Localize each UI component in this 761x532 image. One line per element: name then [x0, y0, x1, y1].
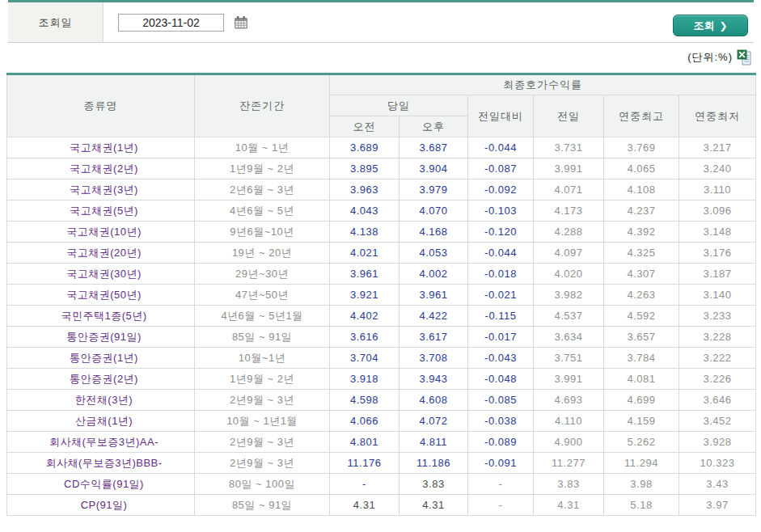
header-col-name: 종류명 — [7, 74, 195, 137]
yield-diff: -0.038 — [468, 411, 534, 432]
bond-name-link[interactable]: 국고채권(10년) — [7, 222, 195, 243]
yield-year-high: 4.159 — [604, 411, 679, 432]
bond-name-link[interactable]: CP(91일) — [7, 495, 195, 516]
yield-pm: 3.904 — [400, 158, 468, 179]
yield-am: 4.402 — [330, 306, 400, 327]
remaining-period: 19년 ~ 20년 — [195, 243, 330, 264]
yield-prev: 4.097 — [534, 243, 604, 264]
bond-name-link[interactable]: 국민주택1종(5년) — [7, 306, 195, 327]
bond-name-link[interactable]: 산금채(1년) — [7, 411, 195, 432]
bond-name-link[interactable]: 국고채권(30년) — [7, 264, 195, 285]
yield-diff: -0.087 — [468, 158, 534, 179]
bond-name-link[interactable]: 국고채권(5년) — [7, 201, 195, 222]
yield-am: 3.918 — [330, 369, 400, 390]
yield-year-low: 3.140 — [679, 285, 756, 306]
yield-year-low: 3.240 — [679, 158, 756, 179]
yield-am: 11.176 — [330, 453, 400, 474]
yield-pm: 4.31 — [400, 495, 468, 516]
query-date-label: 조회일 — [8, 2, 104, 42]
bond-name-link[interactable]: 국고채권(50년) — [7, 285, 195, 306]
yield-year-low: 3.217 — [679, 137, 756, 158]
remaining-period: 9년6월~10년 — [195, 222, 330, 243]
yield-prev: 3.982 — [534, 285, 604, 306]
yield-pm: 11.186 — [400, 453, 468, 474]
bond-name-link[interactable]: 국고채권(2년) — [7, 158, 195, 179]
excel-download-icon[interactable] — [737, 49, 754, 66]
yield-prev: 4.288 — [534, 222, 604, 243]
bond-name-link[interactable]: 회사채(무보증3년)AA- — [7, 432, 195, 453]
yield-year-high: 4.081 — [604, 369, 679, 390]
table-row: 국고채권(30년)29년~30년3.9614.002-0.0184.0204.3… — [7, 264, 756, 285]
table-row: 한전채(3년)2년9월 ~ 3년4.5984.608-0.0854.6934.6… — [7, 390, 756, 411]
yield-prev: 4.110 — [534, 411, 604, 432]
bond-name-link[interactable]: 통안증권(91일) — [7, 327, 195, 348]
remaining-period: 10월 ~ 1년1월 — [195, 411, 330, 432]
unit-row: (단위:%) — [687, 47, 754, 68]
yield-year-high: 4.065 — [604, 158, 679, 179]
header-col-pm: 오후 — [400, 116, 468, 137]
remaining-period: 80일 ~ 100일 — [195, 474, 330, 495]
yield-year-high: 4.325 — [604, 243, 679, 264]
bond-name-link[interactable]: 통안증권(1년) — [7, 348, 195, 369]
date-input[interactable] — [118, 14, 224, 32]
yield-year-high: 4.263 — [604, 285, 679, 306]
header-col-low: 연중최저 — [679, 95, 756, 137]
yield-year-low: 3.233 — [679, 306, 756, 327]
yield-table-header: 종류명 잔존기간 최종호가수익률 당일 전일대비 전일 연중최고 연중최저 오전… — [7, 74, 756, 137]
yield-year-high: 3.657 — [604, 327, 679, 348]
yield-am: 3.921 — [330, 285, 400, 306]
yield-year-low: 3.148 — [679, 222, 756, 243]
yield-am: 3.704 — [330, 348, 400, 369]
remaining-period: 2년9월 ~ 3년 — [195, 390, 330, 411]
remaining-period: 29년~30년 — [195, 264, 330, 285]
yield-am: 4.043 — [330, 201, 400, 222]
yield-year-high: 5.262 — [604, 432, 679, 453]
yield-year-high: 5.18 — [604, 495, 679, 516]
yield-year-low: 10.323 — [679, 453, 756, 474]
remaining-period: 85일 ~ 91일 — [195, 327, 330, 348]
table-row: 국고채권(50년)47년~50년3.9213.961-0.0213.9824.2… — [7, 285, 756, 306]
yield-am: 4.801 — [330, 432, 400, 453]
calendar-icon[interactable] — [234, 15, 248, 30]
yield-table-body: 국고채권(1년)10월 ~ 1년3.6893.687-0.0443.7313.7… — [7, 137, 756, 516]
yield-prev: 4.693 — [534, 390, 604, 411]
bond-name-link[interactable]: 한전채(3년) — [7, 390, 195, 411]
yield-prev: 4.900 — [534, 432, 604, 453]
yield-year-high: 3.769 — [604, 137, 679, 158]
bond-name-link[interactable]: 회사채(무보증3년)BBB- — [7, 453, 195, 474]
remaining-period: 2년9월 ~ 3년 — [195, 453, 330, 474]
bond-name-link[interactable]: 국고채권(1년) — [7, 137, 195, 158]
yield-year-low: 3.176 — [679, 243, 756, 264]
bond-name-link[interactable]: CD수익률(91일) — [7, 474, 195, 495]
bond-name-link[interactable]: 국고채권(20년) — [7, 243, 195, 264]
yield-year-low: 3.222 — [679, 348, 756, 369]
yield-diff: -0.120 — [468, 222, 534, 243]
header-col-diff: 전일대비 — [468, 95, 534, 137]
remaining-period: 47년~50년 — [195, 285, 330, 306]
table-row: 통안증권(2년)1년9월 ~ 2년3.9183.943-0.0483.9914.… — [7, 369, 756, 390]
yield-pm: 4.608 — [400, 390, 468, 411]
yield-year-high: 4.307 — [604, 264, 679, 285]
header-group-today: 당일 — [330, 95, 468, 116]
yield-year-high: 3.98 — [604, 474, 679, 495]
yield-year-low: 3.228 — [679, 327, 756, 348]
remaining-period: 2년6월 ~ 3년 — [195, 179, 330, 201]
yield-diff: -0.115 — [468, 306, 534, 327]
header-col-period: 잔존기간 — [195, 74, 330, 137]
calendar-icon-svg — [234, 15, 248, 30]
yield-diff: -0.092 — [468, 179, 534, 201]
search-button[interactable]: 조회 ❯ — [673, 15, 748, 36]
yield-diff: - — [468, 495, 534, 516]
remaining-period: 1년9월 ~ 2년 — [195, 369, 330, 390]
date-field-area — [104, 2, 754, 42]
yield-diff: -0.048 — [468, 369, 534, 390]
yield-am: 3.963 — [330, 179, 400, 201]
table-row: 통안증권(1년)10월~1년3.7043.708-0.0433.7513.784… — [7, 348, 756, 369]
yield-pm: 4.070 — [400, 201, 468, 222]
yield-am: 4.31 — [330, 495, 400, 516]
yield-am: - — [330, 474, 400, 495]
yield-pm: 4.072 — [400, 411, 468, 432]
bond-name-link[interactable]: 통안증권(2년) — [7, 369, 195, 390]
bond-name-link[interactable]: 국고채권(3년) — [7, 179, 195, 201]
remaining-period: 4년6월 ~ 5년1월 — [195, 306, 330, 327]
